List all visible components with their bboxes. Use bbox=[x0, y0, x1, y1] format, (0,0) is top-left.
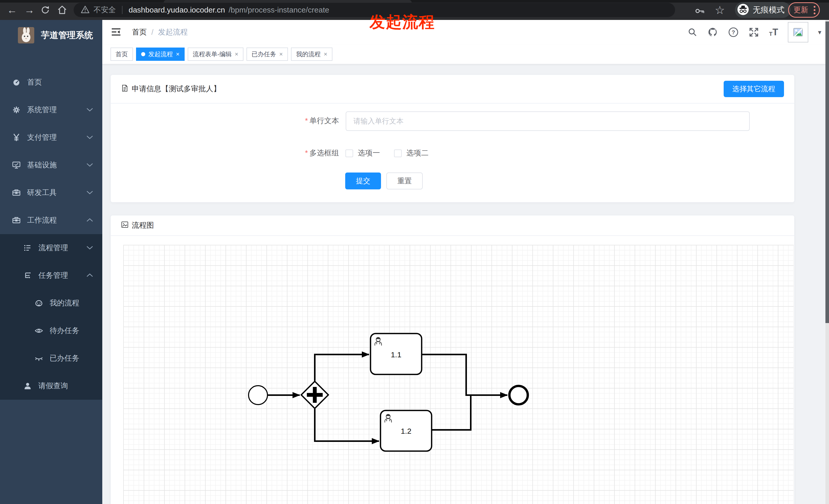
chevron-down-icon bbox=[86, 135, 93, 139]
dashboard-icon bbox=[11, 78, 22, 87]
tab-process-form-edit[interactable]: 流程表单-编辑 × bbox=[188, 47, 244, 61]
app-logo-row[interactable]: 芋道管理系统 bbox=[0, 20, 102, 51]
checkbox-option-2-label[interactable]: 选项二 bbox=[406, 148, 429, 158]
sidebar-item-my-process[interactable]: 我的流程 bbox=[0, 289, 102, 317]
card-title: 流程图 bbox=[132, 220, 154, 231]
close-icon[interactable]: × bbox=[324, 51, 327, 58]
browser-menu-icon[interactable] bbox=[814, 6, 816, 14]
chevron-down-icon[interactable]: ▾ bbox=[818, 28, 821, 36]
font-size-icon[interactable]: TT bbox=[769, 28, 778, 37]
task-label: 1.1 bbox=[391, 350, 401, 359]
bpmn-user-task-2[interactable]: 1.2 bbox=[381, 411, 432, 451]
scrollbar-thumb[interactable] bbox=[825, 22, 829, 323]
avatar[interactable] bbox=[788, 22, 808, 42]
sidebar-item-done-tasks[interactable]: 已办任务 bbox=[0, 345, 102, 372]
monitor-icon bbox=[11, 160, 22, 170]
browser-back-icon[interactable]: ← bbox=[6, 4, 19, 16]
navbar: 首页 / 发起流程 ? TT bbox=[102, 20, 829, 44]
bpmn-start-event[interactable] bbox=[249, 386, 267, 404]
key-icon[interactable] bbox=[693, 5, 706, 17]
bpmn-canvas[interactable]: 1.1 1.2 bbox=[123, 245, 794, 504]
workflow-submenu: 流程管理 任务管理 我的流程 待办任务 已办 bbox=[0, 234, 102, 400]
sidebar-item-label: 首页 bbox=[27, 77, 42, 87]
sidebar-item-label: 基础设施 bbox=[27, 160, 57, 170]
submit-button[interactable]: 提交 bbox=[345, 172, 381, 189]
sidebar-item-label: 系统管理 bbox=[27, 105, 57, 115]
security-label[interactable]: 不安全 bbox=[94, 5, 116, 15]
search-icon[interactable] bbox=[687, 27, 698, 38]
flow-gateway-task2 bbox=[315, 409, 379, 441]
process-diagram-card: 流程图 bbox=[110, 215, 794, 504]
breadcrumb-home[interactable]: 首页 bbox=[132, 27, 147, 37]
sidebar-item-infrastructure[interactable]: 基础设施 bbox=[0, 151, 102, 179]
browser-forward-icon[interactable]: → bbox=[23, 4, 36, 16]
help-icon[interactable]: ? bbox=[728, 27, 739, 38]
sidebar-item-home[interactable]: 首页 bbox=[0, 69, 102, 96]
bpmn-end-event[interactable] bbox=[509, 386, 528, 404]
github-icon[interactable] bbox=[708, 27, 718, 38]
task-label: 1.2 bbox=[401, 427, 411, 435]
navbar-actions: ? TT ▾ bbox=[687, 20, 821, 44]
image-icon bbox=[121, 221, 129, 230]
tab-done-tasks[interactable]: 已办任务 × bbox=[247, 47, 288, 61]
sidebar-item-todo-tasks[interactable]: 待办任务 bbox=[0, 317, 102, 345]
reset-button[interactable]: 重置 bbox=[386, 172, 423, 189]
eye-closed-icon bbox=[34, 354, 44, 363]
breadcrumb-current: 发起流程 bbox=[158, 27, 188, 37]
browser-home-icon[interactable] bbox=[56, 4, 69, 16]
breadcrumb-separator: / bbox=[151, 28, 153, 37]
sidebar-item-payment[interactable]: 支付管理 bbox=[0, 124, 102, 151]
chevron-down-icon bbox=[86, 163, 93, 167]
page-scrollbar[interactable] bbox=[825, 20, 829, 504]
sidebar-item-dev-tools[interactable]: 研发工具 bbox=[0, 179, 102, 206]
page: ← → 不安全 dashboard.yudao.iocoder.cn/bpm/p… bbox=[0, 0, 829, 504]
close-icon[interactable]: × bbox=[235, 51, 238, 58]
bpmn-diagram: 1.1 1.2 bbox=[123, 245, 794, 504]
tab-start-process[interactable]: 发起流程 × bbox=[136, 47, 185, 61]
browser-update-button[interactable]: 更新 bbox=[788, 2, 820, 17]
card-title: 申请信息【测试多审批人】 bbox=[132, 84, 221, 94]
yen-icon bbox=[11, 133, 22, 142]
sidebar-item-process-management[interactable]: 流程管理 bbox=[0, 234, 102, 262]
tab-my-process[interactable]: 我的流程 × bbox=[291, 47, 332, 61]
sidebar-item-workflow[interactable]: 工作流程 bbox=[0, 206, 102, 234]
close-icon[interactable]: × bbox=[176, 51, 180, 58]
tab-home[interactable]: 首页 bbox=[110, 47, 133, 61]
bpmn-user-task-1[interactable]: 1.1 bbox=[370, 334, 422, 375]
checkbox-option-2[interactable] bbox=[394, 150, 402, 157]
close-icon[interactable]: × bbox=[279, 51, 283, 58]
sidebar-item-label: 请假查询 bbox=[38, 381, 68, 391]
single-line-text-input[interactable] bbox=[346, 111, 750, 131]
page-content: 申请信息【测试多审批人】 选择其它流程 *单行文本 *多选框组 选项一 选项二 … bbox=[102, 65, 829, 504]
sidebar-item-system[interactable]: 系统管理 bbox=[0, 96, 102, 124]
card-header: 流程图 bbox=[111, 216, 794, 236]
flow-gateway-task1 bbox=[315, 354, 369, 381]
checkbox-option-1-label[interactable]: 选项一 bbox=[358, 148, 380, 158]
fullscreen-icon[interactable] bbox=[749, 27, 759, 38]
eye-icon bbox=[34, 326, 44, 335]
url-divider bbox=[122, 6, 122, 14]
sidebar-collapse-icon[interactable] bbox=[110, 27, 122, 38]
bookmark-star-icon[interactable]: ☆ bbox=[713, 4, 726, 16]
main-area: 首页 / 发起流程 ? TT bbox=[102, 20, 829, 504]
branch-icon bbox=[23, 271, 33, 280]
sidebar-item-task-management[interactable]: 任务管理 bbox=[0, 262, 102, 289]
sidebar-item-label: 已办任务 bbox=[49, 353, 79, 363]
browser-reload-icon[interactable] bbox=[39, 4, 52, 16]
sidebar-item-leave-query[interactable]: 请假查询 bbox=[0, 372, 102, 400]
diagram-body: 1.1 1.2 bbox=[111, 236, 794, 504]
toolbox-icon bbox=[11, 188, 22, 197]
apply-info-card: 申请信息【测试多审批人】 选择其它流程 *单行文本 *多选框组 选项一 选项二 … bbox=[110, 75, 794, 202]
flow-task1-end bbox=[422, 354, 507, 395]
incognito-badge: 无痕模式 bbox=[735, 2, 791, 18]
required-asterisk: * bbox=[305, 117, 308, 125]
browser-active-tab[interactable] bbox=[164, 0, 412, 3]
checkbox-option-1[interactable] bbox=[346, 150, 353, 157]
face-icon bbox=[34, 299, 44, 308]
url-path: /bpm/process-instance/create bbox=[228, 6, 329, 14]
chevron-up-icon bbox=[86, 273, 93, 277]
tags-view: 首页 发起流程 × 流程表单-编辑 × 已办任务 × 我的流程 × bbox=[102, 44, 829, 65]
select-other-process-button[interactable]: 选择其它流程 bbox=[724, 81, 784, 97]
update-label: 更新 bbox=[793, 5, 808, 15]
app-title: 芋道管理系统 bbox=[41, 29, 93, 41]
